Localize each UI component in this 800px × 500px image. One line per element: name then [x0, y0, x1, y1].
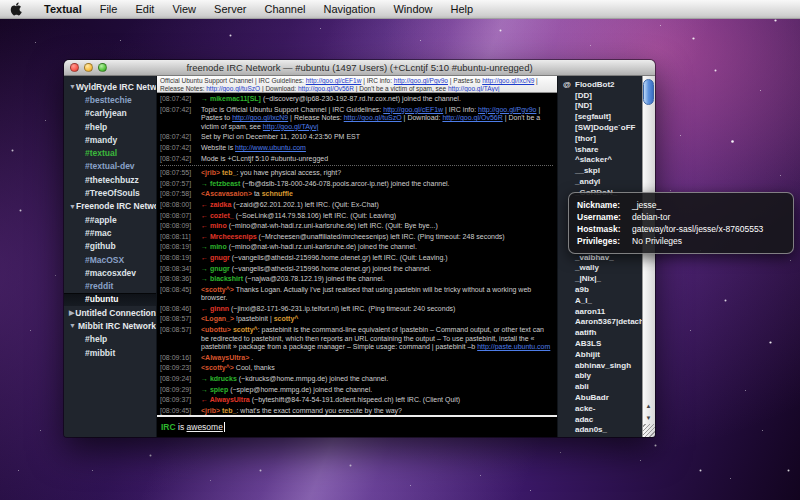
scroll-down-button[interactable]: ▼ [642, 412, 655, 424]
user-item-[ND][interactable]: [ND] [558, 101, 655, 112]
message-input[interactable]: IRC is awesome [157, 415, 557, 437]
user-item-_wally[interactable]: _wally [558, 263, 655, 274]
menu-item-textual[interactable]: Textual [35, 0, 91, 19]
topic-link[interactable]: http://goo.gl/cEF1w [306, 77, 362, 84]
chat-line: [08:07:42]→ mikemac11[SL] (~discovery@ip… [160, 95, 553, 104]
chat-message: ← gnugr (~vangelis@athedsl-215996.home.o… [201, 254, 553, 263]
user-item-abhinav_singh[interactable]: abhinav_singh [558, 360, 655, 371]
topic-link[interactable]: http://goo.gl/TAyvj [448, 85, 499, 92]
chevron-down-icon[interactable]: ▼ [69, 203, 76, 210]
menu-item-edit[interactable]: Edit [126, 0, 163, 19]
join-arrow-icon: → [201, 95, 210, 102]
link[interactable]: http://goo.gl/Pgv9o [478, 106, 536, 113]
user-list-scrollbar[interactable]: ▲ ▼ [642, 76, 655, 437]
link[interactable]: http://goo.gl/Ov56R [442, 114, 502, 121]
user-item-acke-[interactable]: acke- [558, 403, 655, 414]
chat-message: <jrib> teb_: you have physical access, r… [201, 169, 553, 178]
zoom-button[interactable] [98, 63, 107, 72]
scroll-up-button[interactable]: ▲ [642, 400, 655, 412]
sidebar-item-MacOSX[interactable]: #MacOSX [64, 253, 156, 266]
close-button[interactable] [70, 63, 79, 72]
chat-log[interactable]: [08:07:42]→ mikemac11[SL] (~discovery@ip… [157, 93, 557, 415]
link[interactable]: http://www.ubuntu.com [235, 144, 306, 151]
scrollbar-thumb[interactable] [643, 79, 654, 105]
message-text: (~Mrcheesen@unaffiliated/mrcheesenips) l… [257, 233, 505, 240]
user-item-_|Nix|_[interactable]: _|Nix|_ [558, 273, 655, 284]
sidebar-item-TreeOfSouls[interactable]: #TreeOfSouls [64, 186, 156, 199]
topic-link[interactable]: http://goo.gl/tuSzO [206, 85, 260, 92]
sidebar-item-mac[interactable]: ##mac [64, 226, 156, 239]
menu-item-window[interactable]: Window [384, 0, 441, 19]
minimize-button[interactable] [84, 63, 93, 72]
user-item-abli[interactable]: abli [558, 381, 655, 392]
sidebar-item-help[interactable]: #help [64, 333, 156, 346]
sidebar-item-carlyjean[interactable]: #carlyjean [64, 107, 156, 120]
user-item-AbuBadr[interactable]: AbuBadr [558, 392, 655, 403]
topic-link[interactable]: http://goo.gl/Pgv9o [394, 77, 448, 84]
irc-client-window: freenode IRC Network — #ubuntu (1497 Use… [64, 60, 655, 437]
sidebar-item-textual[interactable]: #textual [64, 146, 156, 159]
user-item-aaron11[interactable]: aaron11 [558, 306, 655, 317]
menu-item-navigation[interactable]: Navigation [314, 0, 384, 19]
topic-link[interactable]: http://goo.gl/ixcN9 [482, 77, 534, 84]
link[interactable]: http://goo.gl/cEF1w [383, 106, 443, 113]
user-item-a9b[interactable]: a9b [558, 284, 655, 295]
sidebar-item-github[interactable]: #github [64, 240, 156, 253]
server-group-header[interactable]: ▼WyldRyde IRC Network [64, 80, 156, 93]
user-item-ably[interactable]: ably [558, 371, 655, 382]
link[interactable]: http://goo.gl/tuSzO [344, 114, 402, 121]
user-item-AB3LS[interactable]: AB3LS [558, 338, 655, 349]
user-item-aatifh[interactable]: aatifh [558, 327, 655, 338]
message-text: Topic is Official Ubuntu Support Channel… [201, 106, 383, 113]
user-item-FloodBot2[interactable]: @FloodBot2 [558, 79, 655, 90]
user-item-adante[interactable]: adante [558, 435, 655, 437]
sidebar-item-besttechie[interactable]: #besttechie [64, 93, 156, 106]
menu-item-help[interactable]: Help [442, 0, 483, 19]
sidebar-item-textual-dev[interactable]: #textual-dev [64, 160, 156, 173]
window-title-bar[interactable]: freenode IRC Network — #ubuntu (1497 Use… [64, 60, 655, 76]
link[interactable]: http://goo.gl/TAyvj [263, 123, 318, 130]
sidebar-item-mandy[interactable]: #mandy [64, 133, 156, 146]
user-item-Abhijit[interactable]: Abhijit [558, 349, 655, 360]
link[interactable]: http://paste.ubuntu.com [477, 343, 550, 350]
server-group-header[interactable]: ▼Freenode IRC Network [64, 200, 156, 213]
chevron-down-icon[interactable]: ▼ [69, 322, 78, 329]
sidebar-item-mibbit[interactable]: #mibbit [64, 346, 156, 359]
chat-message: Topic is Official Ubuntu Support Channel… [201, 106, 553, 132]
menu-item-file[interactable]: File [91, 0, 127, 19]
user-item-Aaron5367|detach[interactable]: Aaron5367|detach [558, 317, 655, 328]
server-group-header[interactable]: ▼Mibbit IRC Network [64, 319, 156, 332]
user-item-_andyl[interactable]: _andyl [558, 176, 655, 187]
sidebar-item-apple[interactable]: ##apple [64, 213, 156, 226]
chat-line: [08:08:07]← cozlet_ (~SoeLink@114.79.58.… [160, 212, 553, 221]
user-item-adan0s_[interactable]: adan0s_ [558, 425, 655, 436]
user-item-[SW]Dodge`oFF[interactable]: [SW]Dodge`oFF [558, 122, 655, 133]
user-item-[DD][interactable]: [DD] [558, 90, 655, 101]
resize-grip[interactable] [642, 424, 655, 437]
topic-link[interactable]: http://goo.gl/Ov56R [298, 85, 354, 92]
user-item-^slacker^[interactable]: ^slacker^ [558, 155, 655, 166]
user-nickname: abli [575, 382, 589, 391]
sidebar-item-reddit[interactable]: #reddit [64, 279, 156, 292]
tooltip-value: No Privileges [632, 235, 682, 247]
link[interactable]: http://goo.gl/ixcN9 [232, 114, 288, 121]
chevron-down-icon[interactable]: ▼ [69, 83, 76, 90]
user-item-[thor][interactable]: [thor] [558, 133, 655, 144]
chat-message: → gnugr (~vangelis@athedsl-215996.home.o… [201, 265, 553, 274]
menu-item-channel[interactable]: Channel [255, 0, 314, 19]
user-item-adac[interactable]: adac [558, 414, 655, 425]
menu-item-server[interactable]: Server [205, 0, 255, 19]
sidebar-item-thetechbuzz[interactable]: #thetechbuzz [64, 173, 156, 186]
sidebar-item-help[interactable]: #help [64, 120, 156, 133]
apple-menu-icon[interactable] [10, 3, 23, 16]
menu-item-view[interactable]: View [163, 0, 205, 19]
sidebar-item-ubuntu[interactable]: #ubuntu [64, 293, 156, 306]
server-group-header[interactable]: ▶Untitled Connection [64, 306, 156, 319]
chat-message: <Logan_> !pastebinit | scotty^ [201, 315, 553, 324]
sidebar-item-macosxdev[interactable]: #macosxdev [64, 266, 156, 279]
user-item-__skpl[interactable]: __skpl [558, 165, 655, 176]
user-item-A_I_[interactable]: A_I_ [558, 295, 655, 306]
user-item-[segfault][interactable]: [segfault] [558, 111, 655, 122]
user-item-\share[interactable]: \share [558, 144, 655, 155]
topic-text: | Download: [260, 85, 298, 92]
